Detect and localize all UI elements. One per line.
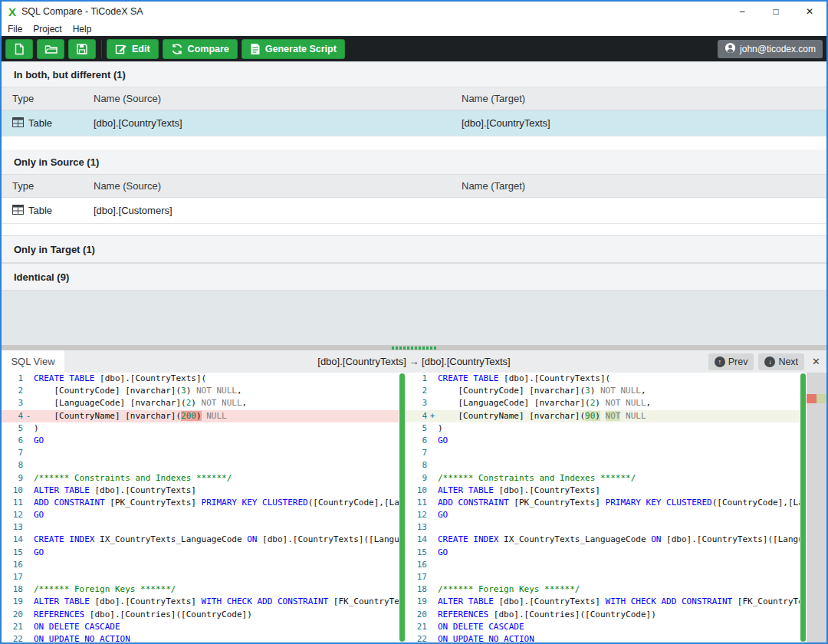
code-line: 1CREATE TABLE [dbo].[CountryTexts]( [2, 373, 399, 385]
user-icon [724, 42, 740, 56]
generate-script-button[interactable]: Generate Script [242, 39, 345, 59]
table-icon [12, 117, 28, 130]
column-header-row: Type Name (Source) Name (Target) [2, 175, 826, 198]
code-line: 5) [406, 422, 800, 435]
code-line: 18/****** Foreign Keys ******/ [406, 583, 800, 596]
code-line: 7 [2, 447, 399, 459]
minimize-button[interactable]: – [725, 2, 759, 21]
code-line: 13 [406, 521, 800, 534]
menubar: File Project Help [2, 21, 826, 36]
edit-pencil-icon [115, 43, 127, 55]
prev-diff-button[interactable]: ↑ Prev [708, 353, 754, 370]
code-line: 14CREATE INDEX IX_CountryTexts_LanguageC… [2, 534, 399, 546]
row-type: Table [28, 117, 52, 129]
splitter-grip-icon [392, 347, 436, 350]
column-header-row: Type Name (Source) Name (Target) [2, 87, 826, 110]
code-line: 7 [406, 447, 800, 459]
code-line: 16 [406, 559, 800, 571]
code-line: 19ALTER TABLE [dbo].[CountryTexts] WITH … [406, 596, 800, 608]
titlebar: X SQL Compare - TiCodeX SA – □ ✕ [2, 2, 826, 21]
save-project-button[interactable] [68, 39, 96, 59]
right-code[interactable]: 1CREATE TABLE [dbo].[CountryTexts](2 [Co… [406, 373, 800, 642]
right-scrollbar-thumb[interactable] [800, 373, 806, 642]
diff-overview-ruler[interactable] [807, 373, 826, 642]
compare-sync-icon [171, 43, 183, 55]
toolbar: Edit Compare Generate Script john@ticode… [2, 36, 826, 61]
diff-editor[interactable]: 1CREATE TABLE [dbo].[CountryTexts](2 [Co… [2, 373, 826, 642]
section-title: Identical (9) [14, 271, 69, 283]
account-email: john@ticodex.com [740, 44, 816, 54]
code-line: 19ALTER TABLE [dbo].[CountryTexts] WITH … [2, 596, 399, 608]
sqlview-tabbar: SQL View [dbo].[CountryTexts] → [dbo].[C… [2, 350, 826, 373]
code-line: 8 [406, 459, 800, 472]
code-line: 8 [2, 459, 399, 472]
code-line: 14CREATE INDEX IX_CountryTexts_LanguageC… [406, 534, 800, 546]
save-icon [76, 43, 88, 55]
row-type: Table [28, 205, 52, 216]
code-line: 11ADD CONSTRAINT [PK_CountryTexts] PRIMA… [2, 497, 399, 509]
code-line: 20REFERENCES [dbo].[Countries]([CountryC… [406, 609, 800, 621]
horizontal-splitter[interactable] [2, 345, 826, 350]
compare-button[interactable]: Compare [163, 39, 238, 59]
maximize-button[interactable]: □ [759, 2, 793, 21]
generate-script-label: Generate Script [265, 44, 337, 54]
close-sqlview-icon[interactable]: ✕ [812, 356, 820, 367]
code-line: 4+ [CountryName] [nvarchar](90) NOT NULL [406, 410, 800, 422]
results-empty-area [2, 291, 826, 345]
left-scrollbar-thumb[interactable] [399, 373, 405, 642]
code-line: 17 [2, 571, 399, 583]
account-button[interactable]: john@ticodex.com [718, 40, 823, 58]
code-line: 12GO [2, 509, 399, 521]
menu-project[interactable]: Project [33, 24, 61, 34]
code-line: 12GO [406, 509, 800, 521]
menu-file[interactable]: File [8, 24, 22, 34]
code-line: 15GO [406, 547, 800, 559]
section-spacer [2, 224, 826, 235]
close-button[interactable]: ✕ [793, 2, 826, 21]
overview-added-marker [816, 394, 826, 403]
new-project-button[interactable] [5, 39, 33, 59]
prev-label: Prev [728, 356, 748, 367]
edit-label: Edit [132, 44, 150, 54]
code-line: 1CREATE TABLE [dbo].[CountryTexts]( [406, 373, 800, 385]
script-file-icon [250, 43, 261, 55]
next-diff-button[interactable]: ↓ Next [758, 353, 804, 370]
table-row[interactable]: Table [dbo].[Customers] [2, 198, 826, 224]
code-line: 3 [LanguageCode] [nvarchar](2) NOT NULL, [2, 397, 399, 409]
code-line: 11ADD CONSTRAINT [PK_CountryTexts] PRIMA… [406, 497, 800, 509]
toolbar-separator [101, 40, 102, 58]
new-file-icon [13, 43, 25, 55]
row-source-name: [dbo].[CountryTexts] [94, 117, 462, 129]
section-only-in-target[interactable]: Only in Target (1) [2, 235, 826, 263]
section-title: In both, but different (1) [14, 69, 126, 80]
code-line: 10ALTER TABLE [dbo].[CountryTexts] [2, 485, 399, 497]
comparison-results: In both, but different (1) Type Name (So… [2, 61, 826, 345]
menu-help[interactable]: Help [73, 24, 92, 34]
edit-button[interactable]: Edit [107, 39, 159, 59]
code-line: 21ON DELETE CASCADE [406, 621, 800, 633]
window-title: SQL Compare - TiCodeX SA [21, 6, 143, 17]
column-name-target: Name (Target) [462, 180, 826, 192]
section-in-both-different[interactable]: In both, but different (1) [2, 62, 826, 87]
tab-sql-view[interactable]: SQL View [2, 350, 64, 373]
code-line: 9/****** Constraints and Indexes ******/ [2, 472, 399, 485]
section-title: Only in Source (1) [14, 156, 99, 168]
row-target-name: [dbo].[CountryTexts] [462, 117, 826, 129]
table-row[interactable]: Table [dbo].[CountryTexts] [dbo].[Countr… [2, 110, 826, 136]
diff-pane-title: [dbo].[CountryTexts] → [dbo].[CountryTex… [317, 350, 510, 373]
code-line: 10ALTER TABLE [dbo].[CountryTexts] [406, 485, 800, 497]
code-line: 4- [CountryName] [nvarchar](200) NULL [2, 410, 399, 422]
compare-label: Compare [188, 44, 229, 54]
left-scrollbar[interactable] [399, 373, 406, 642]
section-only-in-source[interactable]: Only in Source (1) [2, 150, 826, 175]
section-title: Only in Target (1) [14, 244, 95, 255]
overview-removed-marker [807, 394, 816, 403]
left-code[interactable]: 1CREATE TABLE [dbo].[CountryTexts](2 [Co… [2, 373, 399, 642]
open-project-button[interactable] [37, 39, 64, 59]
code-line: 13 [2, 521, 399, 534]
arrow-down-circle-icon: ↓ [764, 356, 775, 367]
right-scrollbar[interactable] [800, 373, 807, 642]
section-identical[interactable]: Identical (9) [2, 263, 826, 291]
column-name-source: Name (Source) [94, 180, 462, 192]
code-line: 2 [CountryCode] [nvarchar](3) NOT NULL, [2, 385, 399, 397]
